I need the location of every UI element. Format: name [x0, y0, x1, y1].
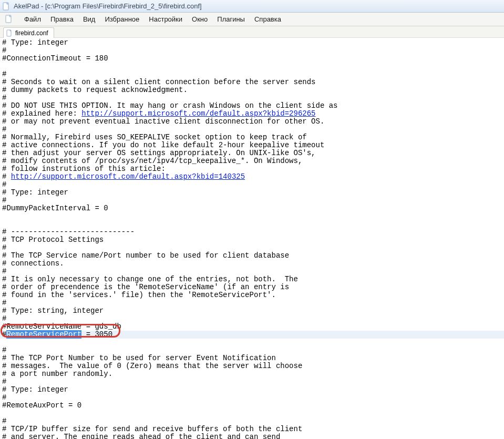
- code-line[interactable]: # Type: string, integer: [2, 307, 104, 315]
- code-line[interactable]: # active connections. If you do not like…: [2, 141, 324, 149]
- code-line[interactable]: # or may not prevent eventual inactive c…: [2, 117, 324, 126]
- selection[interactable]: RemoteServicePort: [6, 330, 81, 339]
- code-line[interactable]: # ----------------------------: [2, 228, 135, 236]
- code-line[interactable]: #RemoteServiceName = gds_db: [2, 322, 121, 331]
- code-line[interactable]: #: [2, 243, 6, 252]
- code-line[interactable]: # DO NOT USE THIS OPTION. It may hang or…: [2, 101, 338, 110]
- menu-edit[interactable]: Правка: [46, 14, 78, 24]
- code-line[interactable]: # It is only necessary to change one of …: [2, 275, 298, 283]
- menubar: Файл Правка Вид Избранное Настройки Окно…: [0, 13, 504, 26]
- menu-window[interactable]: Окно: [188, 14, 212, 24]
- menu-favorites[interactable]: Избранное: [100, 14, 143, 24]
- editor-area[interactable]: # Type: integer # #ConnectionTimeout = 1…: [0, 38, 504, 439]
- code-line[interactable]: # Seconds to wait on a silent client con…: [2, 78, 316, 86]
- code-line[interactable]: # connections.: [2, 259, 64, 268]
- code-line[interactable]: # then adjust your server OS settings ap…: [2, 149, 316, 157]
- code-line[interactable]: # TCP/IP buffer size for send and receiv…: [2, 425, 302, 433]
- code-line[interactable]: # explained here: http://support.microso…: [2, 109, 316, 118]
- code-line[interactable]: #: [2, 377, 6, 386]
- code-line[interactable]: #: [2, 299, 6, 307]
- tab-firebird-conf[interactable]: firebird.conf: [3, 27, 54, 38]
- kb-link-140325[interactable]: http://support.microsoft.com/default.asp…: [11, 172, 245, 181]
- code-line[interactable]: #: [2, 70, 6, 78]
- code-line[interactable]: #: [2, 125, 6, 134]
- code-line[interactable]: #ConnectionTimeout = 180: [2, 54, 108, 63]
- code-line[interactable]: # messages. The value of 0 (Zero) means …: [2, 362, 302, 370]
- code-line[interactable]: # follow instrutions of this article:: [2, 165, 166, 173]
- code-line[interactable]: # dummy packets to request acknowledgmen…: [2, 86, 188, 94]
- window-title: AkelPad - [c:\Program Files\Firebird\Fir…: [14, 2, 202, 10]
- code-line[interactable]: #: [2, 180, 6, 189]
- code-line[interactable]: #DummyPacketInterval = 0: [2, 204, 108, 212]
- document-icon: [6, 29, 13, 37]
- code-line[interactable]: # Normally, Firebird uses SO_KEEPALIVE s…: [2, 133, 307, 141]
- code-line[interactable]: # order of precendence is the 'RemoteSer…: [2, 283, 289, 291]
- code-line[interactable]: # a port number randomly.: [2, 370, 112, 378]
- code-line[interactable]: #: [2, 393, 6, 402]
- code-line[interactable]: #: [2, 46, 6, 55]
- menu-help[interactable]: Справка: [250, 14, 285, 24]
- code-line[interactable]: # modify contents of /proc/sys/net/ipv4/…: [2, 157, 302, 165]
- code-line[interactable]: # The TCP Service name/Port number to be…: [2, 251, 289, 260]
- kb-link-296265[interactable]: http://support.microsoft.com/default.asp…: [81, 109, 315, 118]
- code-line[interactable]: #: [2, 314, 6, 323]
- code-line[interactable]: #: [2, 267, 6, 275]
- current-line[interactable]: #RemoteServicePort = 3050: [0, 331, 504, 339]
- menu-view[interactable]: Вид: [79, 14, 100, 24]
- code-line[interactable]: # Type: integer: [2, 38, 68, 47]
- code-line[interactable]: # Type: integer: [2, 188, 68, 197]
- menu-file[interactable]: Файл: [20, 14, 45, 24]
- code-line[interactable]: #: [2, 346, 6, 354]
- code-line[interactable]: #RemoteAuxPort = 0: [2, 401, 81, 410]
- code-line[interactable]: #: [2, 196, 6, 205]
- code-line[interactable]: # and server. The engine reads ahead of …: [2, 433, 280, 439]
- code-line[interactable]: #: [2, 417, 6, 425]
- code-line[interactable]: # http://support.microsoft.com/default.a…: [2, 172, 245, 181]
- titlebar: AkelPad - [c:\Program Files\Firebird\Fir…: [0, 0, 504, 13]
- menu-settings[interactable]: Настройки: [145, 14, 187, 24]
- tab-label: firebird.conf: [15, 29, 48, 37]
- code-line[interactable]: # TCP Protocol Settings: [2, 236, 104, 244]
- app-icon: [2, 2, 11, 11]
- code-line[interactable]: #: [2, 94, 6, 102]
- tabbar: firebird.conf: [0, 26, 504, 38]
- code-line[interactable]: # found in the 'services.' file) then th…: [2, 291, 276, 299]
- menu-plugins[interactable]: Плагины: [213, 14, 249, 24]
- code-line[interactable]: # Type: integer: [2, 385, 68, 394]
- new-file-icon[interactable]: [4, 14, 14, 24]
- code-line[interactable]: # The TCP Port Number to be used for ser…: [2, 354, 276, 362]
